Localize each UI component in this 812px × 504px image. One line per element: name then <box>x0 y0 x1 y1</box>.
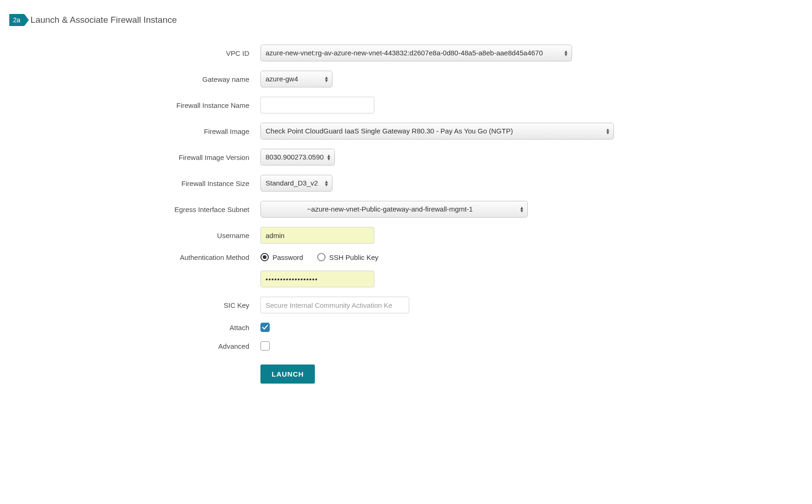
row-sic-key: SIC Key <box>163 297 684 313</box>
row-attach: Attach <box>163 323 684 332</box>
label-egress-interface-subnet: Egress Interface Subnet <box>163 206 260 213</box>
firewall-instance-size-select-wrap: Standard_D3_v2 ▲▼ <box>260 175 333 192</box>
label-username: Username <box>163 232 260 239</box>
advanced-checkbox[interactable] <box>260 341 270 351</box>
step-badge: 2a <box>9 14 24 26</box>
row-firewall-instance-size: Firewall Instance Size Standard_D3_v2 ▲▼ <box>163 175 684 192</box>
sic-key-input[interactable] <box>260 297 409 313</box>
password-input[interactable]: •••••••••••••••••• <box>260 271 374 287</box>
egress-subnet-select-wrap: ~azure-new-vnet-Public-gateway-and-firew… <box>260 201 528 218</box>
label-auth-method: Authentication Method <box>163 253 260 261</box>
form-container: VPC ID azure-new-vnet:rg-av-azure-new-vn… <box>163 45 684 384</box>
label-firewall-image: Firewall Image <box>163 127 260 135</box>
gateway-name-select[interactable]: azure-gw4 <box>260 71 333 87</box>
row-firewall-instance-name: Firewall Instance Name <box>163 97 684 113</box>
radio-icon-unchecked <box>317 253 326 261</box>
row-advanced: Advanced <box>163 341 684 351</box>
row-vpc-id: VPC ID azure-new-vnet:rg-av-azure-new-vn… <box>163 45 684 61</box>
check-icon <box>262 324 268 331</box>
row-firewall-image-version: Firewall Image Version 8030.900273.0590 … <box>163 149 684 166</box>
row-password: •••••••••••••••••• <box>163 271 684 287</box>
section-header: 2a Launch & Associate Firewall Instance <box>9 14 803 26</box>
page-title: Launch & Associate Firewall Instance <box>31 15 177 25</box>
label-gateway-name: Gateway name <box>163 75 260 83</box>
attach-checkbox[interactable] <box>260 323 270 332</box>
gateway-name-select-wrap: azure-gw4 ▲▼ <box>260 71 333 87</box>
step-number: 2a <box>13 16 20 24</box>
egress-subnet-select[interactable]: ~azure-new-vnet-Public-gateway-and-firew… <box>260 201 528 218</box>
label-firewall-instance-size: Firewall Instance Size <box>163 179 260 187</box>
row-username: Username <box>163 227 684 244</box>
label-advanced: Advanced <box>163 342 260 350</box>
row-gateway-name: Gateway name azure-gw4 ▲▼ <box>163 71 684 87</box>
label-firewall-image-version: Firewall Image Version <box>163 153 260 161</box>
row-auth-method: Authentication Method Password SSH Publi… <box>163 253 684 261</box>
label-attach: Attach <box>163 324 260 332</box>
launch-button[interactable]: LAUNCH <box>260 365 315 384</box>
firewall-image-select[interactable]: Check Point CloudGuard IaaS Single Gatew… <box>260 123 614 139</box>
firewall-image-select-wrap: Check Point CloudGuard IaaS Single Gatew… <box>260 123 614 139</box>
firewall-instance-size-select[interactable]: Standard_D3_v2 <box>260 175 333 192</box>
firewall-instance-name-input[interactable] <box>260 97 374 113</box>
button-row: LAUNCH <box>260 365 684 384</box>
radio-ssh-label: SSH Public Key <box>329 253 379 261</box>
radio-ssh-public-key[interactable]: SSH Public Key <box>317 253 379 261</box>
label-firewall-instance-name: Firewall Instance Name <box>163 101 260 109</box>
firewall-image-version-select[interactable]: 8030.900273.0590 <box>260 149 335 166</box>
username-input[interactable] <box>260 227 374 244</box>
radio-password-label: Password <box>273 253 303 261</box>
row-firewall-image: Firewall Image Check Point CloudGuard Ia… <box>163 123 684 139</box>
radio-password[interactable]: Password <box>260 253 303 261</box>
label-vpc-id: VPC ID <box>163 49 260 57</box>
radio-icon-checked <box>260 253 269 261</box>
vpc-id-select-wrap: azure-new-vnet:rg-av-azure-new-vnet-4438… <box>260 45 572 61</box>
auth-method-radio-group: Password SSH Public Key <box>260 253 379 261</box>
row-egress-interface-subnet: Egress Interface Subnet ~azure-new-vnet-… <box>163 201 684 218</box>
label-sic-key: SIC Key <box>163 301 260 309</box>
firewall-image-version-select-wrap: 8030.900273.0590 ▲▼ <box>260 149 335 166</box>
vpc-id-select[interactable]: azure-new-vnet:rg-av-azure-new-vnet-4438… <box>260 45 572 61</box>
